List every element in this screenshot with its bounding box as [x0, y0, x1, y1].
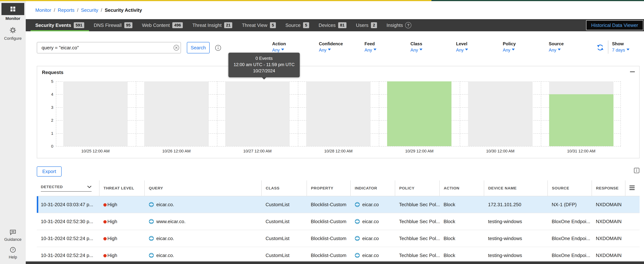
grid-icon [2, 3, 24, 15]
filter-value: Any [456, 48, 468, 53]
tab-security-events[interactable]: Security Events 591 [30, 19, 89, 31]
chart-band-gap [452, 149, 468, 154]
sidebar-item-guidance[interactable]: Guidance [0, 229, 26, 242]
filter-policy[interactable]: Policy Any [503, 41, 516, 53]
collapse-panel-icon[interactable] [630, 71, 635, 72]
column-menu-icon[interactable] [630, 186, 634, 190]
tab-label: Threat View [242, 23, 267, 28]
table-row[interactable]: 10-31-2024 02:52:24 p... High eicar.co. … [37, 230, 640, 247]
chart-band[interactable] [225, 81, 290, 146]
filter-level[interactable]: Level Any [456, 41, 468, 53]
column-header-action[interactable]: ACTION [440, 180, 484, 196]
cell-property: Blocklist-Custom [307, 213, 350, 230]
tab-devices[interactable]: Devices 81 [314, 19, 351, 31]
chart-band-gap [370, 81, 387, 146]
tab-source[interactable]: Source 5 [280, 19, 314, 31]
divider [608, 41, 608, 54]
column-header-property[interactable]: PROPERTY [307, 180, 350, 196]
filter-label: Action [272, 41, 286, 46]
table-row[interactable]: 10-31-2024 03:03:47 p... High eicar.co. … [37, 196, 640, 213]
filter-label: Class [410, 41, 422, 46]
breadcrumb-link-monitor[interactable]: Monitor [35, 7, 51, 13]
svg-text:?: ? [12, 248, 14, 252]
table-header-row: DETECTED THREAT LEVEL QUERY CLASS PROPER… [37, 180, 640, 196]
cell-indicator: eicar.co [350, 196, 395, 213]
cell-device-name: testing-windows [484, 230, 548, 247]
threat-level-dot [103, 237, 107, 240]
search-input[interactable] [37, 42, 181, 53]
breadcrumb-link-security[interactable]: Security [81, 7, 98, 13]
chart-band[interactable] [306, 81, 370, 146]
cell-device-name: 172.31.101.250 [484, 196, 548, 213]
column-header-class[interactable]: CLASS [262, 180, 307, 196]
column-header-threat-level[interactable]: THREAT LEVEL [99, 180, 144, 196]
tab-web-content[interactable]: Web Content 496 [137, 19, 188, 31]
tab-dns-firewall[interactable]: DNS Firewall 95 [89, 19, 137, 31]
cell-query: www.eicar.co. [144, 213, 262, 230]
filter-action[interactable]: Action Any [272, 41, 286, 53]
cell-property: Blocklist-Custom [307, 230, 350, 247]
tooltip-events-count: 0 Events [230, 55, 298, 62]
tab-badge: 21 [224, 22, 232, 28]
cell-action: Block [440, 230, 484, 247]
sort-chevron-icon [87, 186, 92, 188]
cell-menu [625, 230, 640, 247]
bottom-scrollbar[interactable] [26, 261, 644, 264]
cell-class: CustomList [262, 230, 307, 247]
tab-insights[interactable]: Insights ? [382, 19, 416, 31]
chart-band[interactable] [468, 81, 532, 146]
tab-badge: 95 [124, 22, 132, 28]
cell-class: CustomList [262, 213, 307, 230]
column-header-query[interactable]: QUERY [144, 180, 262, 196]
info-circle-icon[interactable] [215, 45, 222, 51]
column-header-source[interactable]: SOURCE [548, 180, 592, 196]
chart-band[interactable] [387, 81, 452, 146]
cell-response: NXDOMAIN [592, 230, 625, 247]
search-button[interactable]: Search [187, 42, 210, 53]
cell-source: NX-1 (DFP) [548, 196, 592, 213]
chevron-down-icon [328, 49, 331, 52]
sidebar-item-help[interactable]: ? Help [0, 247, 26, 259]
column-header-indicator[interactable]: INDICATOR [350, 180, 395, 196]
historical-data-viewer-button[interactable]: Historical Data Viewer [586, 20, 643, 30]
cell-policy: Techblue Sec Pol... [395, 196, 440, 213]
show-range-dropdown[interactable]: Show 7 days [612, 41, 630, 53]
filter-value: Any [319, 48, 343, 53]
indicator-globe-icon [354, 236, 360, 241]
filter-bar: Search Action Any Confidence Any Feed An… [26, 31, 644, 66]
filter-value: Any [364, 48, 376, 53]
indicator-globe-icon [354, 219, 360, 224]
column-header-device-name[interactable]: DEVICE NAME [484, 180, 548, 196]
chart-band-gap [128, 81, 144, 146]
export-button[interactable]: Export [37, 166, 62, 177]
refresh-icon[interactable] [596, 44, 604, 51]
top-accent-yellow [0, 0, 432, 1]
column-header-response[interactable]: RESPONSE [592, 180, 625, 196]
chart-band[interactable] [549, 81, 614, 146]
tab-threat-insight[interactable]: Threat Insight 21 [188, 19, 237, 31]
table-row[interactable]: 10-31-2024 02:52:30 p... High www.eicar.… [37, 213, 640, 230]
filter-feed[interactable]: Feed Any [364, 41, 376, 53]
chart-gridline [56, 146, 621, 147]
filter-confidence[interactable]: Confidence Any [319, 41, 343, 53]
chart-band[interactable] [63, 81, 128, 146]
filter-source[interactable]: Source Any [549, 41, 564, 53]
chart-band[interactable] [144, 81, 208, 146]
tab-users[interactable]: Users 2 [351, 19, 382, 31]
chart-band-gap [532, 81, 549, 146]
threat-level-dot [103, 203, 107, 206]
breadcrumb-link-reports[interactable]: Reports [58, 7, 74, 13]
sidebar-item-label: Configure [0, 36, 26, 41]
sidebar-item-monitor[interactable]: Monitor [0, 3, 26, 21]
clear-search-icon[interactable] [173, 45, 180, 51]
sidebar-item-configure[interactable]: Configure [0, 27, 26, 41]
table-info-icon[interactable] [634, 167, 640, 173]
filter-class[interactable]: Class Any [410, 41, 422, 53]
chart-x-label: 10/30 12:00 AM [468, 149, 532, 154]
column-header-detected[interactable]: DETECTED [37, 180, 99, 196]
tab-label: DNS Firewall [94, 23, 122, 28]
sidebar-item-label: Monitor [0, 16, 26, 21]
cell-query: eicar.co. [144, 230, 262, 247]
column-header-policy[interactable]: POLICY [395, 180, 440, 196]
tab-threat-view[interactable]: Threat View 5 [237, 19, 280, 31]
